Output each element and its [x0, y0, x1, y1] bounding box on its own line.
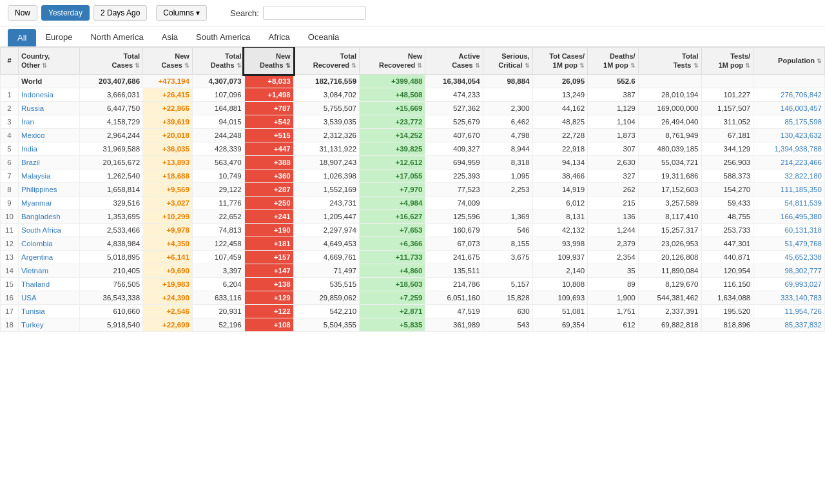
col-country[interactable]: Country,Other ⇅	[19, 48, 80, 75]
country-link[interactable]: South Africa	[21, 226, 61, 234]
cell-total-recovered: 5,755,507	[293, 101, 359, 115]
cell-total-deaths: 107,459	[192, 250, 244, 264]
col-population[interactable]: Population ⇅	[753, 48, 825, 75]
columns-dropdown[interactable]: Columns ▾	[156, 5, 207, 21]
cell-rank: 11	[1, 223, 19, 237]
country-link[interactable]: Colombia	[21, 240, 53, 247]
tab-europe[interactable]: Europe	[36, 29, 81, 46]
col-rank[interactable]: #	[1, 48, 19, 75]
country-link[interactable]: Thailand	[21, 280, 50, 288]
cell-population: 51,479,768	[753, 237, 825, 250]
cell-active-cases: 160,679	[425, 223, 483, 237]
country-link[interactable]: Russia	[21, 104, 44, 112]
country-link[interactable]: Malaysia	[21, 172, 50, 180]
table-row: 7 Malaysia 1,262,540 +18,688 10,749 +360…	[1, 169, 825, 182]
cell-rank: 14	[1, 264, 19, 277]
country-link[interactable]: USA	[21, 294, 37, 302]
country-link[interactable]: Bangladesh	[21, 213, 61, 220]
cell-tests-1m: 101,227	[701, 88, 753, 101]
top-bar: Now Yesterday 2 Days Ago Columns ▾ Searc…	[0, 0, 825, 26]
2days-button[interactable]: 2 Days Ago	[93, 5, 147, 21]
world-population	[753, 74, 825, 88]
cell-total-tests: 3,257,589	[638, 196, 701, 209]
col-total-recovered[interactable]: TotalRecovered ⇅	[293, 48, 359, 75]
cell-total-deaths: 74,813	[192, 223, 244, 237]
cell-active-cases: 77,523	[425, 182, 483, 196]
col-new-deaths[interactable]: NewDeaths ⇅	[244, 48, 293, 75]
cell-new-deaths: +147	[244, 264, 293, 277]
cell-tot-cases-1m: 22,728	[532, 128, 588, 142]
cell-country: Myanmar	[19, 196, 80, 209]
cell-population: 69,993,027	[753, 277, 825, 291]
country-link[interactable]: Tunisia	[21, 307, 45, 315]
country-link[interactable]: India	[21, 145, 37, 153]
cell-total-cases: 2,964,244	[80, 128, 143, 142]
cell-new-deaths: +157	[244, 250, 293, 264]
country-link[interactable]: Iran	[21, 118, 34, 126]
col-total-deaths[interactable]: TotalDeaths ⇅	[192, 48, 244, 75]
cell-new-deaths: +181	[244, 237, 293, 250]
table-row: 6 Brazil 20,165,672 +13,893 563,470 +388…	[1, 155, 825, 169]
col-tests-1m[interactable]: Tests/1M pop ⇅	[701, 48, 753, 75]
col-tot-cases-1m[interactable]: Tot Cases/1M pop ⇅	[532, 48, 588, 75]
tab-north-america[interactable]: North America	[81, 29, 152, 46]
now-button[interactable]: Now	[8, 5, 37, 21]
country-link[interactable]: Turkey	[21, 321, 44, 329]
tab-africa[interactable]: Africa	[260, 29, 299, 46]
cell-new-cases: +3,027	[143, 196, 193, 209]
cell-new-recovered: +23,772	[360, 115, 425, 128]
cell-new-cases: +10,299	[143, 209, 193, 223]
col-total-tests[interactable]: TotalTests ⇅	[638, 48, 701, 75]
tab-all[interactable]: All	[8, 29, 36, 46]
col-new-recovered[interactable]: NewRecovered ⇅	[360, 48, 425, 75]
world-total-deaths: 4,307,073	[192, 74, 244, 88]
cell-population: 214,223,466	[753, 155, 825, 169]
country-link[interactable]: Philippines	[21, 186, 57, 193]
cell-new-deaths: +1,498	[244, 88, 293, 101]
country-link[interactable]: Mexico	[21, 131, 44, 139]
cell-total-recovered: 3,084,702	[293, 88, 359, 101]
cell-serious-critical: 4,798	[483, 128, 532, 142]
cell-total-deaths: 52,196	[192, 318, 244, 331]
cell-population: 54,811,539	[753, 196, 825, 209]
cell-new-recovered: +5,835	[360, 318, 425, 331]
cell-active-cases: 225,393	[425, 169, 483, 182]
cell-new-cases: +9,978	[143, 223, 193, 237]
search-input[interactable]	[263, 6, 366, 20]
cell-country: South Africa	[19, 223, 80, 237]
col-total-cases[interactable]: TotalCases ⇅	[80, 48, 143, 75]
cell-deaths-1m: 1,129	[588, 101, 639, 115]
tab-asia[interactable]: Asia	[153, 29, 187, 46]
cell-new-cases: +24,390	[143, 291, 193, 304]
cell-active-cases: 407,670	[425, 128, 483, 142]
cell-country: Russia	[19, 101, 80, 115]
col-serious-critical[interactable]: Serious,Critical ⇅	[483, 48, 532, 75]
cell-total-recovered: 31,131,922	[293, 142, 359, 155]
country-link[interactable]: Brazil	[21, 159, 40, 166]
cell-total-deaths: 29,122	[192, 182, 244, 196]
cell-deaths-1m: 1,104	[588, 115, 639, 128]
cell-population: 32,822,180	[753, 169, 825, 182]
country-link[interactable]: Argentina	[21, 253, 53, 261]
col-new-cases[interactable]: NewCases ⇅	[143, 48, 193, 75]
cell-tests-1m: 344,129	[701, 142, 753, 155]
col-deaths-1m[interactable]: Deaths/1M pop ⇅	[588, 48, 639, 75]
cell-new-deaths: +241	[244, 209, 293, 223]
cell-new-cases: +26,415	[143, 88, 193, 101]
cell-rank: 7	[1, 169, 19, 182]
cell-total-cases: 31,969,588	[80, 142, 143, 155]
country-link[interactable]: Indonesia	[21, 91, 53, 99]
yesterday-button[interactable]: Yesterday	[41, 5, 90, 21]
tab-oceania[interactable]: Oceania	[299, 29, 348, 46]
country-link[interactable]: Vietnam	[21, 267, 48, 275]
col-active-cases[interactable]: ActiveCases ⇅	[425, 48, 483, 75]
tab-south-america[interactable]: South America	[187, 29, 260, 46]
cell-tot-cases-1m: 48,825	[532, 115, 588, 128]
cell-population: 276,706,842	[753, 88, 825, 101]
cell-active-cases: 409,327	[425, 142, 483, 155]
cell-country: Colombia	[19, 237, 80, 250]
cell-total-tests: 26,494,040	[638, 115, 701, 128]
cell-tests-1m: 67,181	[701, 128, 753, 142]
country-link[interactable]: Myanmar	[21, 199, 52, 207]
cell-new-deaths: +287	[244, 182, 293, 196]
